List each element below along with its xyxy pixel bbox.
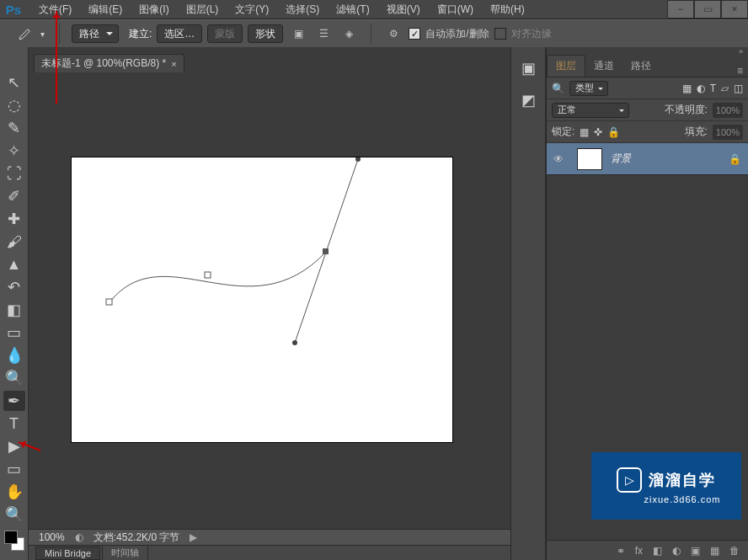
- blur-tool[interactable]: 💧: [3, 345, 25, 365]
- filter-pixel-icon[interactable]: ▦: [682, 83, 692, 94]
- path-arrange-icon[interactable]: ◈: [339, 24, 359, 43]
- document-tab-close-icon[interactable]: ×: [171, 59, 176, 69]
- crop-tool[interactable]: ⛶: [3, 163, 25, 184]
- status-zoom[interactable]: 100%: [39, 531, 65, 543]
- layers-panel-group: » 图层 通道 路径 ≡ 🔍 类型 ▦ ◐ T ▱ ◫ 正常 不透明度: 100…: [546, 47, 748, 560]
- brush-tool[interactable]: 🖌: [3, 232, 25, 252]
- make-selection-button[interactable]: 选区…: [157, 24, 202, 43]
- color-swatches[interactable]: [4, 531, 24, 551]
- lock-label: 锁定:: [552, 125, 574, 139]
- layer-name-label[interactable]: 背景: [611, 152, 631, 166]
- opacity-field[interactable]: 100%: [713, 103, 743, 118]
- status-flyout-icon[interactable]: ▶: [190, 531, 197, 543]
- window-minimize-button[interactable]: −: [667, 0, 694, 19]
- window-maximize-button[interactable]: ▭: [694, 0, 721, 19]
- adjustment-layer-icon[interactable]: ◐: [672, 545, 681, 557]
- watermark-play-icon: ▷: [617, 467, 642, 493]
- layer-thumbnail[interactable]: [577, 148, 602, 170]
- layer-style-icon[interactable]: fx: [635, 545, 643, 557]
- eraser-tool[interactable]: ◧: [3, 300, 25, 320]
- filter-kind-select[interactable]: 类型: [569, 81, 608, 96]
- tab-mini-bridge[interactable]: Mini Bridge: [35, 547, 100, 560]
- blend-mode-select[interactable]: 正常: [552, 103, 629, 118]
- menu-edit[interactable]: 编辑(E): [80, 0, 131, 19]
- tab-timeline[interactable]: 时间轴: [102, 545, 148, 560]
- tools-panel: ↖ ◌ ✎ ✧ ⛶ ✐ ✚ 🖌 ▲ ↶ ◧ ▭ 💧 🔍 ✒ T ▶ ▭ ✋ 🔍: [0, 47, 29, 560]
- fill-field[interactable]: 100%: [713, 125, 743, 140]
- collapsed-panel-properties-icon[interactable]: ◩: [517, 89, 539, 111]
- menu-filter[interactable]: 滤镜(T): [328, 0, 377, 19]
- tab-paths[interactable]: 路径: [622, 56, 660, 77]
- menu-type[interactable]: 文字(Y): [227, 0, 277, 19]
- path-operations-icon[interactable]: ▣: [288, 24, 308, 43]
- status-bar: 100% ◐ 文档:452.2K/0 字节 ▶: [29, 529, 510, 545]
- filter-adjust-icon[interactable]: ◐: [697, 83, 705, 94]
- tab-channels[interactable]: 通道: [585, 56, 622, 77]
- status-popup-icon[interactable]: ◐: [75, 531, 83, 543]
- layer-row-background[interactable]: 👁 背景 🔒: [547, 143, 748, 175]
- shape-tool[interactable]: ▭: [3, 459, 25, 479]
- lasso-tool[interactable]: ✎: [3, 118, 25, 138]
- group-icon[interactable]: ▣: [691, 545, 700, 557]
- gear-icon[interactable]: ⚙: [383, 24, 403, 43]
- filter-smart-icon[interactable]: ◫: [734, 83, 743, 94]
- panel-flyout-icon[interactable]: »: [739, 47, 743, 54]
- menu-layer[interactable]: 图层(L): [178, 0, 227, 19]
- eyedropper-tool[interactable]: ✐: [3, 186, 25, 206]
- heal-tool[interactable]: ✚: [3, 209, 25, 229]
- trash-icon[interactable]: 🗑: [729, 545, 740, 557]
- move-tool[interactable]: ↖: [3, 72, 25, 93]
- layer-mask-icon[interactable]: ◧: [653, 545, 662, 557]
- options-bar: ▾ 路径 建立: 选区… 蒙版 形状 ▣ ☰ ◈ ⚙ ✓ 自动添加/删除 对齐边…: [0, 19, 748, 48]
- auto-add-delete-checkbox[interactable]: ✓: [409, 28, 420, 40]
- make-shape-button[interactable]: 形状: [248, 24, 283, 43]
- stamp-tool[interactable]: ▲: [3, 254, 25, 275]
- collapsed-panel-history-icon[interactable]: ▣: [517, 57, 539, 79]
- new-layer-icon[interactable]: ▦: [710, 545, 719, 557]
- menu-help[interactable]: 帮助(H): [482, 0, 533, 19]
- document-canvas[interactable]: [71, 157, 453, 443]
- filter-type-icon[interactable]: T: [710, 83, 716, 94]
- watermark-title: 溜溜自学: [649, 470, 716, 490]
- tab-layers[interactable]: 图层: [547, 55, 585, 77]
- filter-shape-icon[interactable]: ▱: [721, 83, 729, 94]
- lock-all-icon[interactable]: 🔒: [607, 126, 620, 138]
- make-mask-button[interactable]: 蒙版: [207, 24, 243, 43]
- marquee-tool[interactable]: ◌: [3, 95, 25, 115]
- menu-view[interactable]: 视图(V): [378, 0, 429, 19]
- zoom-tool[interactable]: 🔍: [3, 504, 25, 525]
- lock-position-icon[interactable]: ✜: [594, 126, 602, 138]
- wand-tool[interactable]: ✧: [3, 141, 25, 161]
- path-align-icon[interactable]: ☰: [313, 24, 334, 43]
- layer-lock-icon[interactable]: 🔒: [729, 153, 741, 165]
- auto-add-delete-label: 自动添加/删除: [425, 27, 489, 41]
- layers-panel-footer: ⚭ fx ◧ ◐ ▣ ▦ 🗑: [547, 540, 748, 560]
- tool-flyout-icon[interactable]: ▾: [40, 29, 47, 39]
- dodge-tool[interactable]: 🔍: [3, 368, 25, 388]
- menu-select[interactable]: 选择(S): [277, 0, 328, 19]
- svg-rect-1: [106, 299, 112, 305]
- current-tool-indicator[interactable]: [15, 24, 35, 44]
- gradient-tool[interactable]: ▭: [3, 323, 25, 343]
- watermark: ▷ 溜溜自学 zixue.3d66.com: [591, 452, 741, 520]
- foreground-color-swatch[interactable]: [4, 531, 18, 544]
- history-brush-tool[interactable]: ↶: [3, 277, 25, 297]
- lock-pixels-icon[interactable]: ▦: [580, 126, 589, 138]
- app-logo-icon: Ps: [5, 2, 22, 17]
- tool-mode-select[interactable]: 路径: [72, 24, 119, 43]
- panel-menu-icon[interactable]: ≡: [732, 65, 748, 77]
- type-tool[interactable]: T: [3, 413, 25, 434]
- create-label: 建立:: [129, 27, 152, 41]
- link-layers-icon[interactable]: ⚭: [617, 545, 625, 557]
- menu-image[interactable]: 图像(I): [131, 0, 177, 19]
- svg-point-4: [355, 157, 361, 162]
- svg-rect-2: [205, 272, 211, 278]
- hand-tool[interactable]: ✋: [3, 482, 25, 502]
- visibility-toggle-icon[interactable]: 👁: [553, 153, 569, 165]
- canvas-area: 未标题-1 @ 100%(RGB/8) * × 100% ◐ 文档:452.2K…: [29, 47, 510, 560]
- pen-tool[interactable]: ✒: [3, 391, 25, 411]
- menu-window[interactable]: 窗口(W): [429, 0, 482, 19]
- window-close-button[interactable]: ×: [721, 0, 748, 19]
- filter-search-icon[interactable]: 🔍: [552, 83, 564, 94]
- align-edges-checkbox[interactable]: [494, 28, 506, 40]
